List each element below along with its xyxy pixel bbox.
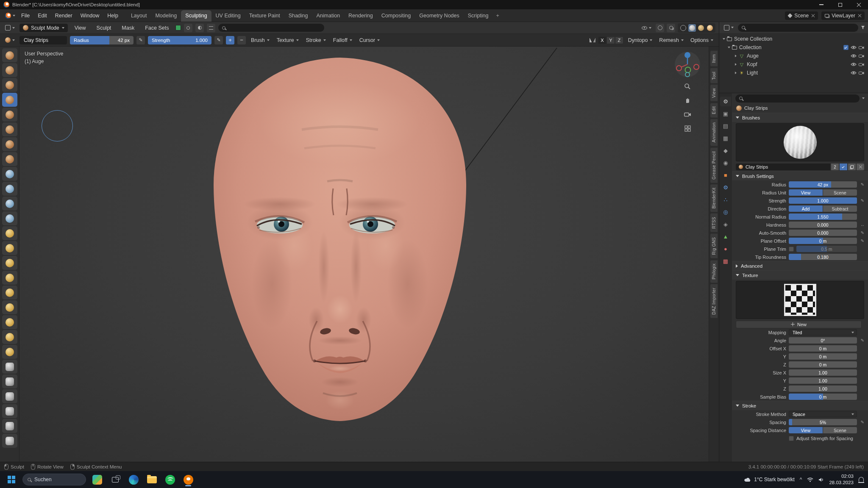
disable-render-camera-icon[interactable] xyxy=(859,63,864,67)
cloth-tool-button[interactable] xyxy=(2,345,17,359)
hidden-icons-chevron[interactable]: ^ xyxy=(800,477,802,482)
grab-tool-button[interactable] xyxy=(2,226,17,240)
draw-tool-button[interactable] xyxy=(2,48,17,62)
sidebar-tab-grease-pencil[interactable]: Grease Pencil xyxy=(710,148,718,183)
radius-unit-view[interactable]: View xyxy=(789,189,823,196)
collection-row[interactable]: Collection xyxy=(721,43,866,52)
expand-icon[interactable] xyxy=(723,38,725,40)
object-properties-tab[interactable]: ■ xyxy=(720,170,731,180)
workspace-tab-rendering[interactable]: Rendering xyxy=(344,10,377,22)
object-row-kopf[interactable]: ▽ Kopf xyxy=(721,60,866,69)
expand-icon[interactable] xyxy=(735,72,737,74)
direction-add[interactable]: Add xyxy=(789,205,823,212)
snake-hook-tool-button[interactable] xyxy=(2,256,17,270)
notification-bell-icon[interactable] xyxy=(859,477,864,482)
overlays-toggle[interactable] xyxy=(667,24,675,32)
workspace-tab-scripting[interactable]: Scripting xyxy=(464,10,493,22)
direction-subtract[interactable]: Subtract xyxy=(823,205,857,212)
pressure-icon[interactable]: ✎ xyxy=(860,238,865,243)
outliner-editor-type-button[interactable] xyxy=(722,23,735,32)
draw-sharp-tool-button[interactable] xyxy=(2,63,17,77)
weather-widget[interactable]: 1°C Stark bewölkt xyxy=(744,477,795,482)
texture-preview-box[interactable] xyxy=(736,281,864,319)
mode-selector[interactable]: Sculpt Mode xyxy=(19,24,68,32)
camera-view-button[interactable] xyxy=(682,109,693,120)
brush-settings-panel-header[interactable]: Brush Settings xyxy=(732,171,868,180)
visibility-dropdown[interactable] xyxy=(640,24,653,32)
texture-panel-header[interactable]: Texture xyxy=(732,270,868,280)
workspace-tab-sculpting[interactable]: Sculpting xyxy=(181,10,211,22)
material-properties-tab[interactable]: ● xyxy=(720,244,731,254)
fake-user-shield-button[interactable] xyxy=(840,164,847,170)
inflate-tool-button[interactable] xyxy=(2,122,17,136)
new-texture-button[interactable]: New xyxy=(736,321,862,328)
elastic-deform-tool-button[interactable] xyxy=(2,241,17,255)
strength-slider[interactable]: Strength 1.000 xyxy=(148,36,211,44)
mirror-z-toggle[interactable]: Z xyxy=(615,36,623,44)
angle-field[interactable]: 0° xyxy=(789,337,857,344)
view-layer-properties-tab[interactable]: ▦ xyxy=(720,133,731,143)
box-trim-tool-button[interactable] xyxy=(2,404,17,418)
menu-mask[interactable]: Mask xyxy=(118,23,138,33)
front-faces-toggle[interactable] xyxy=(195,24,204,32)
smooth-tool-button[interactable] xyxy=(2,167,17,181)
flatten-tool-button[interactable] xyxy=(2,182,17,196)
options-dropdown[interactable]: Options xyxy=(688,36,715,44)
simplify-tool-button[interactable] xyxy=(2,360,17,374)
texture-dropdown[interactable]: Texture xyxy=(275,36,301,44)
spotify-app-button[interactable] xyxy=(163,472,177,487)
thumb-tool-button[interactable] xyxy=(2,271,17,285)
scene-selector[interactable]: Scene xyxy=(785,11,818,20)
crease-tool-button[interactable] xyxy=(2,152,17,166)
menu-edit[interactable]: Edit xyxy=(34,11,51,20)
pressure-icon[interactable]: ✎ xyxy=(860,230,865,235)
stroke-method-dropdown[interactable]: Space xyxy=(789,411,857,417)
offset-y-field[interactable]: 0 m xyxy=(789,353,857,360)
workspace-tab-texture-paint[interactable]: Texture Paint xyxy=(245,10,284,22)
scene-collection-row[interactable]: Scene Collection xyxy=(721,35,866,43)
workspace-tab-modeling[interactable]: Modeling xyxy=(151,10,181,22)
range-icon[interactable]: ↔ xyxy=(860,222,865,227)
menu-help[interactable]: Help xyxy=(103,11,122,20)
modifiers-properties-tab[interactable]: ⚙ xyxy=(720,183,731,192)
clay-tool-button[interactable] xyxy=(2,78,17,92)
sidebar-tab-view[interactable]: View xyxy=(710,85,718,101)
sidebar-tab-daz-importer[interactable]: DAZ Importer xyxy=(710,284,718,318)
volume-icon[interactable] xyxy=(818,477,824,482)
sidebar-tab-rtss[interactable]: RTSS xyxy=(710,214,718,232)
mapping-dropdown[interactable]: Tiled xyxy=(789,329,857,336)
nudge-tool-button[interactable] xyxy=(2,300,17,314)
workspace-tab-shading[interactable]: Shading xyxy=(284,10,312,22)
strength-pressure-toggle[interactable]: ✎ xyxy=(214,36,223,44)
menu-sculpt[interactable]: Sculpt xyxy=(93,23,115,33)
radius-field[interactable]: 42 px xyxy=(789,181,857,188)
minimize-button[interactable] xyxy=(812,0,831,9)
sidebar-tab-rig-gns[interactable]: Rig GNS xyxy=(710,234,718,258)
gizmos-toggle[interactable] xyxy=(656,24,664,32)
scene-properties-tab[interactable]: ◆ xyxy=(720,146,731,155)
rendered-shading-button[interactable] xyxy=(706,24,714,32)
unlink-brush-button[interactable] xyxy=(857,164,864,170)
sidebar-tab-animation[interactable]: Animation xyxy=(710,119,718,146)
file-explorer-button[interactable] xyxy=(145,472,159,487)
material-shading-button[interactable] xyxy=(697,24,705,32)
clay-strips-thumbnail[interactable] xyxy=(784,126,817,159)
expand-icon[interactable] xyxy=(728,47,730,48)
expand-icon[interactable] xyxy=(735,55,737,57)
move-view-button[interactable] xyxy=(682,95,693,106)
dyntopo-dropdown[interactable]: Dyntopo xyxy=(626,36,655,44)
hide-eye-icon[interactable] xyxy=(851,62,857,67)
sidebar-tab-item[interactable]: Item xyxy=(710,51,718,67)
annotate-tool-button[interactable] xyxy=(2,434,17,448)
object-row-light[interactable]: ☀ Light xyxy=(721,69,866,77)
slide-relax-tool-button[interactable] xyxy=(2,330,17,344)
properties-search-input[interactable] xyxy=(735,94,860,103)
unlink-scene-icon[interactable] xyxy=(811,14,815,17)
mask-tool-button[interactable] xyxy=(2,374,17,388)
auto-smooth-field[interactable]: 0.000 xyxy=(789,230,857,236)
editor-type-button[interactable] xyxy=(3,24,17,32)
workspace-tab-layout[interactable]: Layout xyxy=(127,10,151,22)
viewlayer-selector[interactable]: ViewLayer xyxy=(821,11,865,20)
hide-eye-icon[interactable] xyxy=(851,71,857,75)
offset-x-field[interactable]: 0 m xyxy=(789,345,857,352)
